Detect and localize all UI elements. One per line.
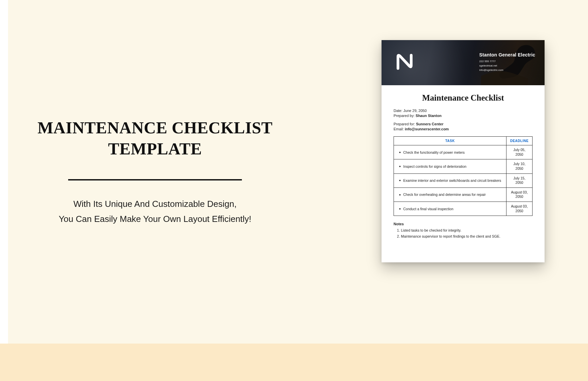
hero-subtitle: With Its Unique And Customizable Design,…: [35, 197, 275, 226]
task-text: Inspect controls for signs of deteriorat…: [403, 164, 466, 168]
deadline-text: August 03, 2050: [506, 187, 533, 202]
bullet-icon: [399, 152, 401, 153]
document-header-image: Stanton General Electric 222 555 7777 sg…: [382, 40, 545, 85]
prepared-for-line: Prepared for: Sunners Center: [394, 122, 533, 126]
company-logo-icon: [396, 53, 414, 71]
bullet-icon: [399, 180, 401, 181]
page-left-margin: [0, 0, 8, 344]
task-header: TASK: [394, 137, 506, 145]
hero-subtitle-line2: You Can Easily Make Your Own Layout Effi…: [59, 214, 252, 224]
company-phone: 222 555 7777: [479, 59, 535, 64]
date-line: Date: June 29, 2050: [394, 109, 533, 113]
company-email: info@sgelectric.com: [479, 68, 535, 73]
bullet-icon: [399, 208, 401, 210]
table-row: Check for overheating and determine area…: [394, 187, 533, 202]
prepared-for-value: Sunners Center: [416, 122, 443, 126]
company-website: sgelectrical.net: [479, 64, 535, 68]
task-text: Examine interior and exterior switchboar…: [403, 178, 501, 182]
task-text: Conduct a final visual inspection: [403, 207, 453, 211]
task-text: Check the functionality of power meters: [403, 150, 465, 154]
checklist-table: TASK DEADLINE Check the functionality of…: [394, 136, 533, 216]
hero-title-line2: TEMPLATE: [108, 139, 202, 158]
date-value: June 29, 2050: [403, 109, 427, 113]
table-row: Check the functionality of power meters …: [394, 145, 533, 159]
hero-title-line1: MAINTENANCE CHECKLIST: [37, 118, 273, 137]
notes-list: Listed tasks to be checked for integrity…: [394, 228, 533, 239]
hero-title: MAINTENANCE CHECKLIST TEMPLATE: [35, 117, 275, 159]
document-preview: Stanton General Electric 222 555 7777 sg…: [382, 40, 545, 262]
deadline-text: July 15, 2050: [506, 173, 533, 187]
prepared-for-label: Prepared for:: [394, 122, 415, 126]
company-name: Stanton General Electric: [479, 52, 535, 57]
left-column: MAINTENANCE CHECKLIST TEMPLATE With Its …: [8, 117, 282, 226]
prepared-by-label: Prepared by:: [394, 114, 415, 118]
bullet-icon: [399, 166, 401, 167]
email-line: Email: info@sunnerscenter.com: [394, 127, 533, 131]
company-meta: 222 555 7777 sgelectrical.net info@sgele…: [479, 59, 535, 72]
prepared-by-line: Prepared by: Shaun Stanton: [394, 114, 533, 118]
task-text: Check for overheating and determine area…: [403, 193, 486, 197]
deadline-text: August 03, 2050: [506, 202, 533, 216]
stage: MAINTENANCE CHECKLIST TEMPLATE With Its …: [8, 0, 588, 344]
table-row: Conduct a final visual inspection August…: [394, 202, 533, 216]
divider-line: [68, 179, 242, 180]
table-row: Examine interior and exterior switchboar…: [394, 173, 533, 187]
date-label: Date:: [394, 109, 402, 113]
notes-header: Notes: [394, 222, 533, 226]
prepared-by-value: Shaun Stanton: [416, 114, 442, 118]
document-page: Stanton General Electric 222 555 7777 sg…: [382, 40, 545, 262]
list-item: Maintenance supervisor to report finding…: [401, 234, 533, 239]
document-body: Maintenance Checklist Date: June 29, 205…: [382, 85, 545, 247]
list-item: Listed tasks to be checked for integrity…: [401, 228, 533, 233]
bullet-icon: [399, 194, 401, 196]
email-label: Email:: [394, 127, 404, 131]
deadline-header: DEADLINE: [506, 137, 533, 145]
document-title: Maintenance Checklist: [394, 93, 533, 103]
company-info: Stanton General Electric 222 555 7777 sg…: [479, 52, 535, 72]
email-value: info@sunnerscenter.com: [405, 127, 449, 131]
hero-subtitle-line1: With Its Unique And Customizable Design,: [74, 199, 237, 209]
deadline-text: July 10, 2050: [506, 159, 533, 173]
page-bottom-band: [0, 344, 588, 381]
deadline-text: July 05, 2050: [506, 145, 533, 159]
table-row: Inspect controls for signs of deteriorat…: [394, 159, 533, 173]
